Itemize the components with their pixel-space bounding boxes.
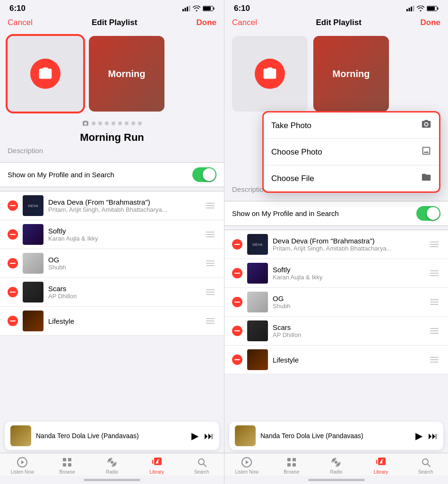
nav-title-right: Edit Playlist bbox=[316, 18, 362, 27]
song-artist-og-left: Shubh bbox=[48, 264, 199, 271]
song-item-brahmastra-left: DEVA Deva Deva (From "Brahmastra") Prita… bbox=[0, 191, 224, 220]
tab-search-left[interactable]: Search bbox=[179, 456, 224, 475]
drag-handle-og-right[interactable] bbox=[428, 297, 440, 307]
toggle-label-left: Show on My Profile and in Search bbox=[8, 171, 114, 179]
song-thumb-softly-left bbox=[23, 224, 43, 245]
drag-handle-og-left[interactable] bbox=[204, 259, 216, 268]
context-menu-choose-file[interactable]: Choose File bbox=[264, 165, 439, 191]
song-item-softly-left: Softly Karan Aujla & Ikky bbox=[0, 220, 224, 249]
remove-btn-scars-left[interactable] bbox=[8, 287, 18, 297]
remove-btn-softly-right[interactable] bbox=[232, 268, 242, 278]
dot-5-left bbox=[118, 121, 122, 125]
remove-btn-lifestyle-left[interactable] bbox=[8, 316, 18, 326]
song-item-og-left: OG Shubh bbox=[0, 249, 224, 278]
status-bar-left: 6:10 bbox=[0, 0, 224, 15]
svg-rect-23 bbox=[287, 458, 291, 461]
listen-now-icon-right bbox=[241, 456, 253, 468]
remove-btn-brahmastra-right[interactable] bbox=[232, 239, 242, 250]
tab-browse-left[interactable]: Browse bbox=[45, 456, 90, 475]
tab-radio-right[interactable]: Radio bbox=[314, 456, 359, 475]
drag-handle-softly-right[interactable] bbox=[428, 268, 440, 278]
svg-rect-14 bbox=[406, 9, 408, 11]
now-playing-controls-right: ▶ ⏭ bbox=[415, 430, 438, 441]
tab-listen-now-left[interactable]: Listen Now bbox=[0, 456, 45, 475]
forward-button-right[interactable]: ⏭ bbox=[428, 431, 438, 441]
song-name-softly-right: Softly bbox=[273, 266, 423, 274]
svg-rect-15 bbox=[409, 8, 410, 12]
remove-btn-brahmastra-left[interactable] bbox=[8, 200, 18, 211]
svg-point-13 bbox=[111, 461, 113, 464]
remove-btn-og-left[interactable] bbox=[8, 258, 18, 268]
tab-radio-left[interactable]: Radio bbox=[90, 456, 135, 475]
image-picker-box-right[interactable] bbox=[232, 36, 308, 112]
song-info-lifestyle-right: Lifestyle bbox=[273, 356, 423, 364]
status-time-right: 6:10 bbox=[234, 4, 250, 13]
remove-btn-og-right[interactable] bbox=[232, 297, 242, 307]
context-menu-take-photo[interactable]: Take Photo bbox=[264, 112, 439, 138]
playlist-desc-left[interactable]: Description bbox=[0, 145, 224, 158]
song-artist-scars-right: AP Dhillon bbox=[273, 331, 423, 338]
play-button-left[interactable]: ▶ bbox=[191, 430, 198, 441]
song-thumb-brahmastra-right: DEVA bbox=[247, 234, 268, 255]
cancel-button-right[interactable]: Cancel bbox=[232, 18, 257, 27]
remove-btn-scars-right[interactable] bbox=[232, 326, 242, 336]
tab-label-library-left: Library bbox=[150, 469, 164, 475]
song-name-scars-right: Scars bbox=[273, 323, 423, 331]
library-icon-left bbox=[151, 456, 163, 468]
svg-rect-20 bbox=[427, 7, 435, 10]
song-item-lifestyle-left: Lifestyle bbox=[0, 307, 224, 336]
svg-rect-10 bbox=[68, 458, 71, 461]
song-item-scars-left: Scars AP Dhillon bbox=[0, 278, 224, 307]
tab-library-right[interactable]: Library bbox=[359, 456, 404, 475]
forward-button-left[interactable]: ⏭ bbox=[204, 431, 214, 441]
drag-handle-scars-right[interactable] bbox=[428, 326, 440, 336]
toggle-switch-right[interactable] bbox=[416, 206, 440, 221]
drag-handle-scars-left[interactable] bbox=[204, 287, 216, 297]
svg-rect-9 bbox=[63, 458, 66, 461]
toggle-switch-left[interactable] bbox=[192, 167, 216, 182]
cancel-button-left[interactable]: Cancel bbox=[8, 18, 33, 27]
drag-handle-softly-left[interactable] bbox=[204, 230, 216, 239]
svg-point-27 bbox=[335, 461, 337, 464]
tab-label-search-left: Search bbox=[194, 469, 209, 475]
camera-circle-right bbox=[255, 59, 285, 89]
dot-1-left bbox=[92, 121, 95, 125]
song-artist-scars-left: AP Dhillon bbox=[48, 293, 199, 300]
status-bar-right: 6:10 bbox=[224, 0, 448, 15]
song-thumb-lifestyle-left bbox=[23, 311, 43, 331]
done-button-right[interactable]: Done bbox=[420, 18, 440, 27]
play-button-right[interactable]: ▶ bbox=[415, 430, 422, 441]
tab-browse-right[interactable]: Browse bbox=[269, 456, 314, 475]
song-artist-softly-right: Karan Aujla & Ikky bbox=[273, 274, 423, 281]
status-icons-left bbox=[182, 6, 215, 11]
status-icons-right bbox=[406, 6, 439, 11]
song-item-og-right: OG Shubh bbox=[224, 288, 448, 317]
dot-4-left bbox=[112, 121, 115, 125]
remove-btn-softly-left[interactable] bbox=[8, 229, 18, 240]
dot-2-left bbox=[98, 121, 102, 125]
remove-btn-lifestyle-right[interactable] bbox=[232, 354, 242, 365]
svg-rect-6 bbox=[203, 7, 211, 10]
tab-listen-now-right[interactable]: Listen Now bbox=[224, 456, 269, 475]
drag-handle-lifestyle-right[interactable] bbox=[428, 355, 440, 364]
tab-search-right[interactable]: Search bbox=[403, 456, 448, 475]
song-info-og-left: OG Shubh bbox=[48, 256, 199, 271]
drag-handle-brahmastra-right[interactable] bbox=[428, 240, 440, 249]
now-playing-title-right: Nanda Tero Dola Live (Pandavaas) bbox=[260, 432, 411, 440]
done-button-left[interactable]: Done bbox=[196, 18, 216, 27]
context-menu-choose-photo[interactable]: Choose Photo bbox=[264, 138, 439, 165]
right-panel: 6:10 Cancel Edit Playlist Done bbox=[224, 0, 448, 484]
image-picker-box-left[interactable] bbox=[8, 36, 83, 112]
camera-icon-left bbox=[38, 66, 53, 81]
svg-rect-25 bbox=[287, 463, 291, 467]
svg-rect-16 bbox=[411, 7, 412, 11]
drag-handle-lifestyle-left[interactable] bbox=[204, 316, 216, 326]
drag-handle-brahmastra-left[interactable] bbox=[204, 201, 216, 210]
svg-rect-12 bbox=[68, 463, 71, 467]
tab-library-left[interactable]: Library bbox=[134, 456, 179, 475]
radio-icon-left bbox=[106, 456, 118, 468]
svg-rect-3 bbox=[189, 6, 190, 11]
choose-file-icon bbox=[421, 172, 431, 185]
song-info-scars-right: Scars AP Dhillon bbox=[273, 323, 423, 338]
song-name-og-right: OG bbox=[273, 294, 423, 302]
